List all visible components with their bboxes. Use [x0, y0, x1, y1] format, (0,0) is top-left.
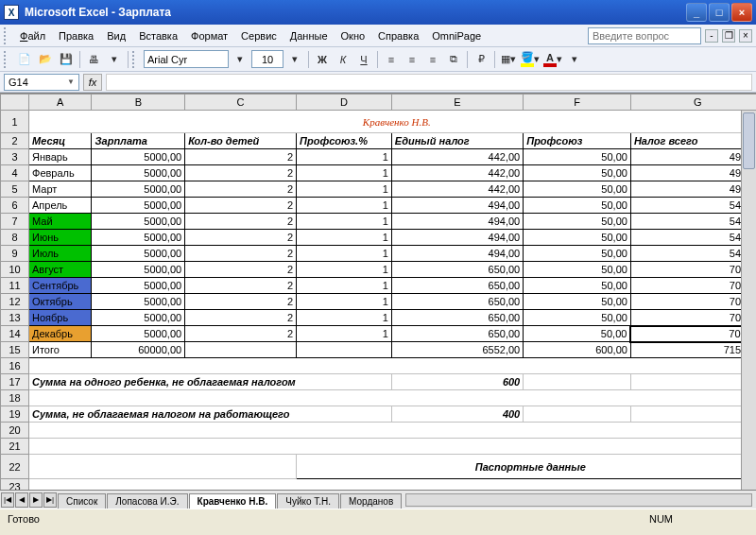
cell[interactable]: 5000,00 [92, 198, 185, 214]
cell[interactable]: 50,00 [524, 198, 631, 214]
cell[interactable]: 50,00 [524, 230, 631, 246]
menu-insert[interactable]: Вставка [132, 27, 184, 44]
cell[interactable]: 5000,00 [92, 326, 185, 342]
cell[interactable]: 494,00 [391, 246, 523, 262]
menu-view[interactable]: Вид [100, 27, 132, 44]
cell[interactable]: 50,00 [524, 278, 631, 294]
row-header[interactable]: 11 [1, 278, 29, 294]
grip-icon[interactable] [4, 27, 9, 44]
row-header[interactable]: 18 [1, 390, 29, 406]
cell[interactable]: 2 [185, 230, 297, 246]
cell[interactable]: 700,00 [630, 310, 756, 326]
cell[interactable]: Налог всего [630, 133, 756, 149]
cell[interactable]: 2 [185, 165, 297, 181]
cell[interactable] [29, 390, 756, 406]
cell[interactable]: Январь [29, 149, 92, 165]
menu-edit[interactable]: Правка [52, 27, 100, 44]
cell[interactable]: 494,00 [391, 230, 523, 246]
cell[interactable]: Май [29, 214, 92, 230]
row-header[interactable]: 8 [1, 230, 29, 246]
font-color-button[interactable]: А▾ [542, 50, 563, 69]
cell[interactable] [29, 439, 756, 455]
tab-prev-button[interactable]: ◀ [15, 492, 28, 508]
row-header[interactable]: 16 [1, 358, 29, 374]
row-header[interactable]: 1 [1, 111, 29, 133]
cell[interactable]: 2 [185, 294, 297, 310]
bold-button[interactable]: Ж [313, 50, 332, 69]
cell[interactable]: 1 [297, 181, 392, 198]
cell[interactable]: 5000,00 [92, 230, 185, 246]
cell[interactable]: 1 [297, 230, 392, 246]
italic-button[interactable]: К [334, 50, 352, 69]
align-center-button[interactable]: ≡ [403, 50, 421, 69]
cell[interactable]: Июнь [29, 230, 92, 246]
cell[interactable]: Апрель [29, 198, 92, 214]
cell[interactable]: 492,00 [630, 165, 756, 181]
col-header[interactable]: A [29, 95, 92, 111]
cell[interactable]: 2 [185, 278, 297, 294]
sheet-tab[interactable]: Лопасова И.Э. [107, 493, 187, 509]
cell[interactable]: 1 [297, 310, 392, 326]
cell[interactable]: 50,00 [524, 149, 631, 165]
cell[interactable]: Итого [29, 342, 92, 358]
cell[interactable]: 1 [297, 149, 392, 165]
grip-icon[interactable] [132, 51, 138, 68]
cell[interactable]: Март [29, 181, 92, 198]
cell[interactable]: Декабрь [29, 326, 92, 342]
tab-last-button[interactable]: ▶| [43, 492, 57, 508]
dropdown-icon[interactable]: ▾ [285, 50, 304, 69]
close-button[interactable]: × [731, 3, 752, 22]
maximize-button[interactable]: □ [709, 3, 730, 22]
cell[interactable]: 1 [297, 262, 392, 278]
cell[interactable]: Август [29, 262, 92, 278]
cell[interactable]: Февраль [29, 165, 92, 181]
cell[interactable]: 1 [297, 165, 392, 181]
sheet-tab-active[interactable]: Кравченко Н.В. [189, 493, 277, 509]
cell[interactable]: 494,00 [391, 214, 523, 230]
cell[interactable]: 5000,00 [92, 214, 185, 230]
menu-file[interactable]: Файл [13, 27, 52, 44]
cell[interactable]: 5000,00 [92, 246, 185, 262]
menu-help[interactable]: Справка [371, 27, 425, 44]
toolbar-options-button[interactable]: ▾ [565, 50, 584, 69]
align-left-button[interactable]: ≡ [382, 50, 401, 69]
cell[interactable]: 5000,00 [92, 294, 185, 310]
ask-question-input[interactable] [588, 27, 701, 44]
cell[interactable]: Июль [29, 246, 92, 262]
minimize-button[interactable]: _ [686, 3, 707, 22]
cell[interactable]: Зарплата [92, 133, 185, 149]
cell[interactable]: 400 [391, 406, 523, 423]
cell[interactable] [29, 455, 297, 479]
row-header[interactable]: 2 [1, 133, 29, 149]
cell[interactable]: 442,00 [391, 181, 523, 198]
col-header[interactable]: C [185, 95, 297, 111]
menu-format[interactable]: Формат [184, 27, 234, 44]
worksheet-area[interactable]: A B C D E F G 1 Кравченко Н.В. 2 Месяц З… [0, 93, 756, 509]
row-header[interactable]: 3 [1, 149, 29, 165]
row-header[interactable]: 7 [1, 214, 29, 230]
row-header[interactable]: 13 [1, 310, 29, 326]
cell[interactable]: Профсоюз.% [297, 133, 392, 149]
save-button[interactable]: 💾 [57, 50, 76, 69]
col-header[interactable]: F [524, 95, 631, 111]
row-header[interactable]: 12 [1, 294, 29, 310]
cell[interactable]: 2 [185, 214, 297, 230]
align-right-button[interactable]: ≡ [423, 50, 442, 69]
cell[interactable]: 5000,00 [92, 278, 185, 294]
row-header[interactable]: 15 [1, 342, 29, 358]
row-header[interactable]: 5 [1, 181, 29, 198]
print-button[interactable]: 🖶 [84, 50, 103, 69]
sheet-tab[interactable]: Список [58, 493, 106, 509]
tab-first-button[interactable]: |◀ [1, 492, 14, 508]
scroll-thumb[interactable] [743, 112, 755, 169]
cell[interactable]: 1 [297, 246, 392, 262]
cell[interactable]: 5000,00 [92, 165, 185, 181]
cell[interactable]: 492,00 [630, 149, 756, 165]
merge-center-button[interactable]: ⧉ [444, 50, 463, 69]
toolbar-options-button[interactable]: ▾ [105, 50, 124, 69]
cell[interactable] [185, 342, 297, 358]
cell[interactable]: 50,00 [524, 262, 631, 278]
col-header[interactable]: G [630, 95, 756, 111]
sheet-tab[interactable]: Морданов [340, 493, 402, 509]
doc-minimize-button[interactable]: - [705, 29, 718, 43]
